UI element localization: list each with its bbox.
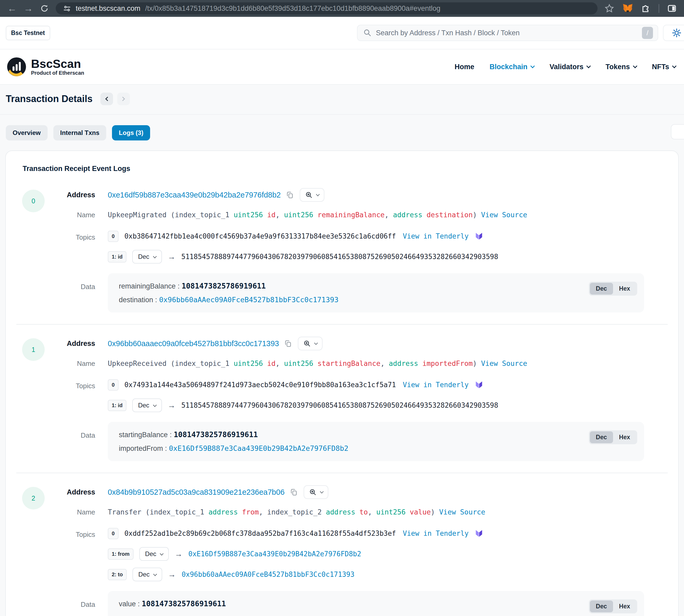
site-info-icon[interactable] [63, 4, 71, 13]
chevron-down-icon [587, 64, 591, 68]
url-bar[interactable]: testnet.bscscan.com/tx/0x85b3a147518719d… [56, 2, 597, 15]
extensions-icon[interactable] [641, 4, 651, 13]
log-address-link[interactable]: 0xe16df59b887e3caa439e0b29b42ba2e7976fd8… [108, 191, 281, 199]
address-zoom-dropdown[interactable] [304, 485, 328, 499]
theme-toggle-button[interactable] [663, 25, 684, 41]
next-transaction-button[interactable] [117, 93, 130, 105]
copy-address-icon[interactable] [286, 191, 294, 199]
log-address-link[interactable]: 0x96bb60aaaec09a0fceb4527b81bbf3cc0c1713… [108, 339, 279, 348]
signature-token [406, 508, 410, 516]
signature-token: uint256 [376, 508, 406, 516]
chevron-down-icon [633, 64, 637, 68]
tenderly-icon [475, 232, 483, 241]
brand-logo[interactable]: BscScan Product of Etherscan [6, 56, 84, 78]
view-in-tenderly-link[interactable]: View in Tenderly [403, 381, 469, 389]
advanced-filter-button[interactable] [671, 124, 684, 139]
nav-item-label: NFTs [652, 63, 669, 71]
log-divider [16, 324, 668, 325]
dec-toggle-button[interactable]: Dec [590, 283, 613, 294]
colon: : [176, 282, 182, 290]
back-icon[interactable]: ← [7, 4, 17, 13]
signature-token: ) [473, 359, 481, 368]
nav-item-validators[interactable]: Validators [549, 63, 590, 71]
bookmark-star-icon[interactable] [605, 3, 614, 14]
topic-decode-select[interactable]: Dec [132, 398, 162, 412]
copy-address-icon[interactable] [290, 488, 298, 496]
nav-item-tokens[interactable]: Tokens [606, 63, 637, 71]
previous-transaction-button[interactable] [100, 93, 113, 105]
tab-overview[interactable]: Overview [6, 125, 48, 140]
topic-value[interactable]: 0x96bb60aAAec09A0FceB4527b81bbF3Cc0c1713… [182, 571, 355, 578]
side-panel-icon[interactable] [667, 4, 677, 13]
hex-toggle-button[interactable]: Hex [613, 600, 636, 612]
signature-token: , [275, 359, 284, 368]
topic-decode-select[interactable]: Dec [132, 250, 162, 264]
data-param-value[interactable]: 0x96bb60aAAec09A0FceB4527b81bbF3Cc0c1713… [159, 295, 339, 304]
data-box: value : 1081473825786919611 Dec Hex [108, 591, 644, 616]
dec-hex-toggle: Dec Hex [589, 430, 637, 444]
topic-row: 0 0xddf252ad1be2c89b69c2b068fc378daa952b… [108, 526, 667, 541]
chevron-down-icon [314, 341, 318, 345]
search-input[interactable] [376, 29, 638, 37]
address-zoom-dropdown[interactable] [300, 188, 324, 202]
hex-toggle-button[interactable]: Hex [613, 283, 636, 294]
brand-title: BscScan [31, 58, 84, 70]
topic-row: 0 0xb38647142fbb1ea4c000fc4569b37a4e9a9f… [108, 228, 667, 244]
forward-icon[interactable]: → [24, 4, 33, 13]
nav-item-label: Home [455, 63, 474, 71]
view-source-link[interactable]: View Source [481, 211, 527, 219]
name-label: Name [6, 211, 108, 219]
topic-decode-select[interactable]: Dec [139, 547, 169, 561]
tab-logs-3[interactable]: Logs (3) [112, 125, 150, 140]
copy-address-icon[interactable] [284, 339, 292, 348]
view-source-link[interactable]: View Source [439, 508, 485, 516]
tenderly-icon [475, 380, 483, 389]
address-label: Address [6, 339, 108, 348]
log-address-link[interactable]: 0x84b9b910527ad5c03a9ca831909e21e236ea7b… [108, 488, 285, 497]
data-param-name: startingBalance [119, 431, 168, 439]
address-zoom-dropdown[interactable] [298, 337, 322, 350]
tab-internal-txns[interactable]: Internal Txns [53, 125, 106, 140]
zoom-in-icon [303, 339, 311, 348]
metamask-icon[interactable] [622, 3, 633, 14]
event-signature: Transfer (index_topic_1 address from, in… [108, 507, 667, 517]
data-param-value[interactable]: 0xE16Df59B887e3Caa439E0b29B42bA2e7976FD8… [169, 444, 348, 453]
nav-item-nfts[interactable]: NFTs [652, 63, 676, 71]
reload-icon[interactable] [40, 4, 49, 13]
event-log-list: 0 Address 0xe16df59b887e3caa439e0b29b42b… [6, 185, 678, 616]
dec-toggle-button[interactable]: Dec [590, 600, 613, 612]
topic-value: 5118545788897447796043067820397906085416… [181, 253, 498, 261]
signature-token [355, 508, 359, 516]
signature-token: , [275, 211, 284, 219]
data-row-line: startingBalance : 1081473825786919611 [119, 430, 348, 439]
colon: : [153, 296, 159, 304]
signature-token: from [242, 508, 259, 516]
data-param-value: 1081473825786919611 [174, 430, 258, 439]
data-param-name: remainingBalance [119, 282, 176, 290]
zoom-in-icon [305, 191, 313, 199]
search-bar[interactable]: / [357, 25, 658, 41]
signature-token: startingBalance [318, 359, 380, 368]
topic-index-badge: 1: from [108, 548, 134, 560]
signature-token: importedFrom [423, 359, 473, 368]
network-badge[interactable]: Bsc Testnet [6, 26, 50, 40]
topic-value: 5118545788897447796043067820397906085416… [181, 401, 498, 409]
log-index-badge: 0 [22, 190, 45, 212]
topic-decode-select[interactable]: Dec [133, 568, 162, 581]
dec-toggle-button[interactable]: Dec [590, 431, 613, 443]
nav-item-blockchain[interactable]: Blockchain [489, 63, 534, 71]
signature-token: address [393, 211, 423, 219]
nav-item-home[interactable]: Home [455, 63, 474, 71]
view-in-tenderly-link[interactable]: View in Tenderly [403, 529, 469, 537]
signature-token: uint256 [234, 359, 263, 368]
topic-value[interactable]: 0xE16Df59B887e3Caa439E0b29B42bA2e7976FD8… [188, 550, 361, 558]
view-source-link[interactable]: View Source [481, 359, 527, 368]
url-host: testnet.bscscan.com [76, 4, 140, 13]
hex-toggle-button[interactable]: Hex [613, 431, 636, 443]
view-in-tenderly-link[interactable]: View in Tenderly [403, 232, 469, 240]
signature-token: uint256 [284, 211, 313, 219]
data-row-line: value : 1081473825786919611 [119, 599, 226, 608]
signature-token [238, 508, 242, 516]
chevron-down-icon [160, 552, 163, 555]
topic-value: 0xb38647142fbb1ea4c000fc4569b37a4e9a9f63… [124, 232, 396, 240]
